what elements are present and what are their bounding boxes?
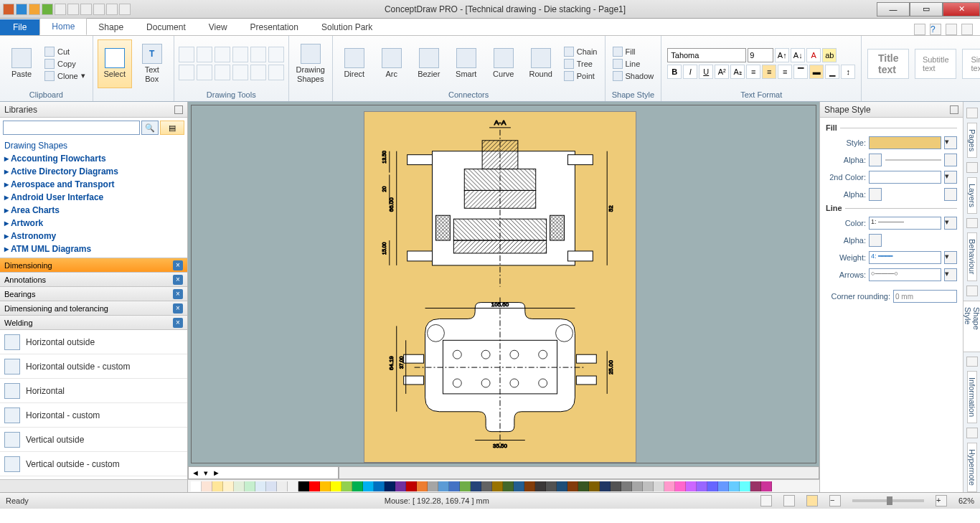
zoom-in-icon[interactable]: + <box>936 495 947 506</box>
swatch[interactable] <box>191 481 202 491</box>
page-selector[interactable]: ◄▾► <box>188 466 339 479</box>
drawing-shapes-button[interactable]: Drawing Shapes <box>293 39 328 88</box>
align-top[interactable]: ▔ <box>793 65 808 79</box>
swatch[interactable] <box>266 481 277 491</box>
left-hscroll[interactable] <box>0 479 187 492</box>
swatch[interactable] <box>492 481 503 491</box>
swatch[interactable] <box>406 481 417 491</box>
connector-bezier[interactable]: Bezier <box>412 39 446 88</box>
search-icon[interactable]: 🔍 <box>141 121 159 135</box>
tool[interactable] <box>179 65 194 80</box>
zoom-slider[interactable] <box>852 499 924 502</box>
font-color[interactable]: A <box>806 48 821 62</box>
qat-icon[interactable] <box>80 4 92 15</box>
connector-smart[interactable]: Smart <box>449 39 484 88</box>
dropdown-icon[interactable]: ▾ <box>944 251 957 264</box>
shape-item[interactable]: Vertical outside <box>0 428 187 452</box>
swatch[interactable] <box>417 481 428 491</box>
lib-item[interactable]: Drawing Shapes <box>4 139 183 152</box>
tab-layers[interactable]: Layers <box>967 177 977 214</box>
connector-arc[interactable]: Arc <box>374 39 409 88</box>
swatch[interactable] <box>675 481 686 491</box>
line-button[interactable]: Line <box>610 58 657 70</box>
tool[interactable] <box>179 47 194 62</box>
swatch[interactable] <box>686 481 697 491</box>
swatch[interactable] <box>471 481 481 491</box>
dropdown-icon[interactable]: ▾ <box>944 171 957 184</box>
font-select[interactable] <box>667 48 746 62</box>
swatch[interactable] <box>535 481 546 491</box>
swatch[interactable] <box>234 481 245 491</box>
swatch[interactable] <box>277 481 288 491</box>
lib-item[interactable]: ▸ Active Directory Diagrams <box>4 165 183 178</box>
lib-item[interactable]: ▸ Artwork <box>4 217 183 230</box>
view-toggle[interactable]: ▤ <box>160 121 184 135</box>
second-color[interactable] <box>869 171 941 184</box>
swatch[interactable] <box>546 481 557 491</box>
swatch[interactable] <box>750 481 761 491</box>
swatch[interactable] <box>718 481 729 491</box>
cat-annotations[interactable]: Annotations× <box>0 273 187 287</box>
swatch[interactable] <box>557 481 567 491</box>
swatch[interactable] <box>298 481 309 491</box>
maximize-button[interactable]: ▭ <box>910 2 943 17</box>
swatch[interactable] <box>481 481 492 491</box>
swatch[interactable] <box>352 481 363 491</box>
textbox-tool[interactable]: TText Box <box>135 39 169 88</box>
tool[interactable] <box>232 47 248 62</box>
subscript[interactable]: A₂ <box>730 65 745 79</box>
connector-curve[interactable]: Curve <box>486 39 521 88</box>
grow-font[interactable]: A↑ <box>775 48 789 62</box>
canvas[interactable]: A-A <box>191 105 816 463</box>
clone-button[interactable]: Clone ▾ <box>42 70 88 82</box>
lib-item[interactable]: ▸ Accounting Flowcharts <box>4 152 183 165</box>
shape-item[interactable]: Horizontal <box>0 379 187 403</box>
swatch[interactable] <box>600 481 611 491</box>
swatch[interactable] <box>654 481 664 491</box>
tool[interactable] <box>215 65 230 80</box>
tool[interactable] <box>215 47 230 62</box>
hypernote-icon[interactable] <box>966 428 978 438</box>
align-bottom[interactable]: ▁ <box>825 65 839 79</box>
pan-icon[interactable] <box>760 495 772 506</box>
swatch[interactable] <box>621 481 632 491</box>
tool[interactable] <box>268 65 284 80</box>
lib-item[interactable]: ▸ Astronomy <box>4 230 183 242</box>
swatch[interactable] <box>524 481 535 491</box>
pin-icon[interactable] <box>174 105 183 114</box>
pages-icon[interactable] <box>966 108 978 118</box>
library-search[interactable] <box>3 121 140 135</box>
tab-shape[interactable]: Shape <box>87 19 135 35</box>
bold[interactable]: B <box>667 65 682 79</box>
line-alpha[interactable] <box>885 234 957 247</box>
tab-solutionpark[interactable]: Solution Park <box>310 19 384 35</box>
align-center[interactable]: ≡ <box>762 65 776 79</box>
alpha2-val[interactable] <box>944 188 957 201</box>
cut-button[interactable]: Cut <box>42 46 88 57</box>
drawing-page[interactable]: A-A <box>364 111 636 463</box>
highlight[interactable]: ab <box>822 48 837 62</box>
zoom-tool-icon[interactable] <box>783 495 795 506</box>
size-select[interactable] <box>748 48 773 62</box>
fit-icon[interactable] <box>806 495 818 506</box>
qat-icon[interactable] <box>67 4 79 15</box>
swatch[interactable] <box>385 481 395 491</box>
dropdown-icon[interactable]: ▾ <box>944 268 957 281</box>
swatch[interactable] <box>632 481 643 491</box>
dropdown-icon[interactable]: ▾ <box>944 217 957 230</box>
swatch[interactable] <box>331 481 341 491</box>
tool[interactable] <box>250 47 266 62</box>
swatch[interactable] <box>460 481 471 491</box>
tool[interactable] <box>232 65 248 80</box>
qat-icon[interactable] <box>119 4 131 15</box>
swatch[interactable] <box>578 481 589 491</box>
line-color[interactable]: 1: ———— <box>869 217 941 230</box>
cat-dimtol[interactable]: Dimensioning and tolerancing× <box>0 301 187 316</box>
tool[interactable] <box>197 47 212 62</box>
minimize-button[interactable]: — <box>877 2 910 17</box>
swatch[interactable] <box>245 481 255 491</box>
tab-view[interactable]: View <box>197 19 239 35</box>
close-icon[interactable]: × <box>173 289 183 299</box>
dropdown-icon[interactable]: ▾ <box>944 136 957 149</box>
swatch[interactable] <box>395 481 406 491</box>
